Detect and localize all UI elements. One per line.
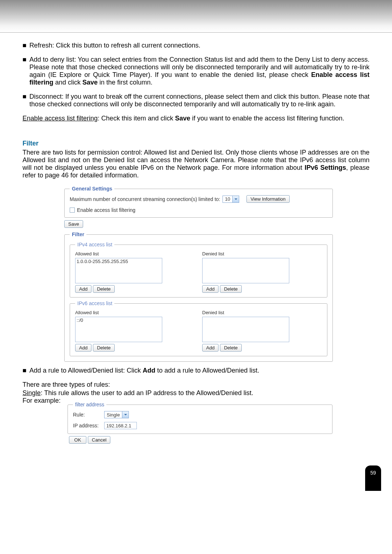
ipv4-allowed-list[interactable]: 1.0.0.0-255.255.255.255 [75, 258, 162, 283]
square-bullet-icon: ■ [23, 56, 26, 86]
ip-address-input[interactable]: 192.168.2.1 [104, 422, 137, 429]
rules-intro: There are three types of rules: [23, 381, 369, 389]
allowed-label: Allowed list [75, 251, 195, 257]
ipv6-allowed-list[interactable]: ::/0 [75, 317, 162, 342]
max-connections-row: Maximum number of concurrent streaming c… [70, 195, 327, 203]
delete-button[interactable]: Delete [93, 285, 115, 293]
text-bold: Add [143, 367, 155, 374]
rule-select[interactable]: Single [104, 411, 129, 418]
rule-value: Single [105, 412, 122, 418]
denied-label: Denied list [202, 310, 322, 315]
enable-filtering-label: Enable access list filtering [77, 207, 135, 213]
enable-filtering-checkbox[interactable] [70, 208, 75, 213]
filter-body: There are two lists for permission contr… [23, 149, 369, 179]
view-information-button[interactable]: View Information [246, 195, 290, 203]
list-item[interactable]: ::/0 [77, 317, 161, 323]
page-number-value: 59 [370, 470, 376, 476]
filter-address-legend: filter address [73, 402, 106, 407]
enable-filtering-row: Enable access list filtering [70, 207, 327, 213]
add-button[interactable]: Add [75, 285, 91, 293]
chevron-down-icon[interactable] [232, 196, 239, 202]
square-bullet-icon: ■ [23, 93, 26, 108]
list-item[interactable]: 1.0.0.0-255.255.255.255 [77, 259, 161, 264]
allowed-label: Allowed list [75, 310, 195, 315]
rule-row: Rule: Single [73, 411, 327, 418]
ipv4-allowed-col: Allowed list 1.0.0.0-255.255.255.255 Add… [75, 251, 195, 293]
text-bold: Save [175, 115, 190, 122]
max-connections-label: Maximum number of concurrent streaming c… [70, 196, 220, 202]
rule-label: Rule: [73, 412, 102, 418]
for-example: For example: [23, 397, 61, 405]
page-number: 59 [365, 465, 381, 491]
ipv6-denied-list[interactable] [202, 317, 289, 342]
filter-address-screenshot: filter address Rule: Single IP address: … [68, 402, 332, 444]
text: Add a rule to Allowed/Denied list: Click [29, 367, 143, 374]
ip-row: IP address: 192.168.2.1 [73, 422, 327, 429]
page-content: ■ Refresh: Click this button to refresh … [0, 33, 392, 458]
max-connections-value: 10 [223, 196, 232, 202]
text: to add a rule to Allowed/Denied list. [155, 367, 259, 374]
filter-fieldset: Filter IPv4 access list Allowed list 1.0… [64, 231, 333, 362]
bullet-disconnect: ■ Disconnect: If you want to break off t… [23, 93, 369, 108]
delete-button[interactable]: Delete [93, 344, 115, 352]
general-settings-screenshot: General Settings Maximum number of concu… [64, 186, 333, 362]
filter-heading: Filter [23, 140, 369, 147]
ip-address-value: 192.168.2.1 [106, 423, 131, 428]
text: : Check this item and click [98, 115, 175, 122]
text-bold: IPv6 Settings [305, 164, 346, 171]
single-underline: Single [23, 389, 41, 397]
ipv4-denied-list[interactable] [202, 258, 289, 283]
add-button[interactable]: Add [75, 344, 91, 352]
ipv4-legend: IPv4 access list [75, 242, 114, 247]
bullet-disconnect-text: Disconnect: If you want to break off the… [29, 93, 369, 108]
enable-paragraph: Enable access list filtering: Check this… [23, 115, 369, 122]
ip-label: IP address: [73, 423, 102, 428]
max-connections-select[interactable]: 10 [222, 196, 239, 203]
filter-address-fieldset: filter address Rule: Single IP address: … [68, 402, 332, 434]
ipv6-denied-col: Denied list Add Delete [202, 310, 322, 352]
add-button[interactable]: Add [202, 285, 219, 293]
square-bullet-icon: ■ [23, 42, 26, 49]
bullet-add-deny-text: Add to deny list: You can select entries… [29, 56, 369, 86]
denied-label: Denied list [202, 251, 322, 257]
delete-button[interactable]: Delete [220, 285, 242, 293]
bullet-refresh-text: Refresh: Click this button to refresh al… [29, 42, 369, 49]
square-bullet-icon: ■ [23, 367, 26, 374]
text-bold: Save [82, 79, 98, 86]
text: if you want to enable the access list fi… [190, 115, 344, 122]
save-button[interactable]: Save [64, 220, 83, 228]
text: : This rule allows the user to add an IP… [41, 389, 253, 397]
ipv4-denied-col: Denied list Add Delete [202, 251, 322, 293]
ipv6-legend: IPv6 access list [75, 300, 114, 306]
ipv6-allowed-col: Allowed list ::/0 Add Delete [75, 310, 195, 352]
footer: 59 [0, 465, 392, 491]
cancel-button[interactable]: Cancel [88, 436, 110, 444]
header-gradient [0, 0, 392, 33]
text: and click [53, 79, 82, 86]
ipv4-fieldset: IPv4 access list Allowed list 1.0.0.0-25… [70, 242, 327, 297]
bullet-add-rule-text: Add a rule to Allowed/Denied list: Click… [29, 367, 369, 374]
ipv6-fieldset: IPv6 access list Allowed list ::/0 Add D… [70, 300, 327, 356]
text: in the first column. [98, 79, 152, 86]
single-rule-line: Single: This rule allows the user to add… [23, 389, 369, 397]
filter-legend: Filter [70, 231, 86, 237]
ok-button[interactable]: OK [69, 436, 86, 444]
add-button[interactable]: Add [202, 344, 219, 352]
bullet-add-deny: ■ Add to deny list: You can select entri… [23, 56, 369, 86]
underline-text: Enable access list filtering [23, 115, 98, 122]
general-settings-legend: General Settings [70, 186, 114, 192]
delete-button[interactable]: Delete [220, 344, 242, 352]
bullet-add-rule: ■ Add a rule to Allowed/Denied list: Cli… [23, 367, 369, 374]
chevron-down-icon[interactable] [122, 411, 128, 418]
general-settings-fieldset: General Settings Maximum number of concu… [64, 186, 333, 218]
bullet-refresh: ■ Refresh: Click this button to refresh … [23, 42, 369, 49]
